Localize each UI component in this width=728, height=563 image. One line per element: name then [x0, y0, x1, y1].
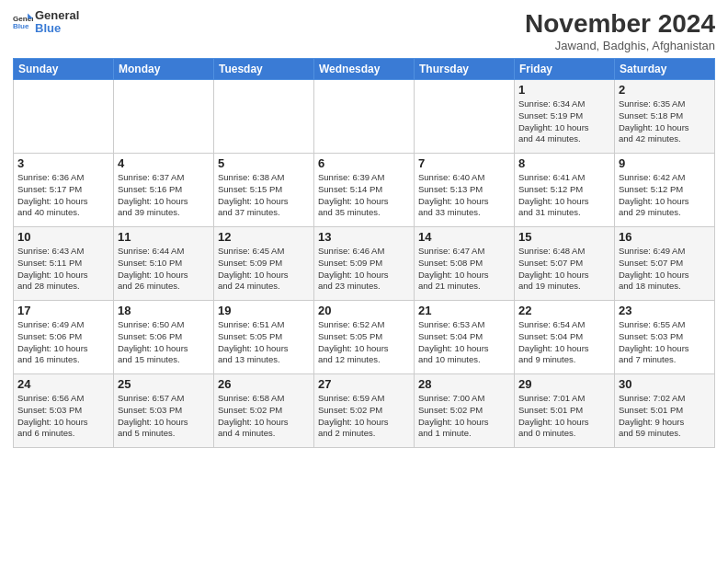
day-number: 13 — [318, 230, 410, 244]
day-number: 25 — [118, 377, 210, 391]
col-friday: Friday — [515, 59, 615, 80]
col-sunday: Sunday — [14, 59, 114, 80]
calendar-cell: 2Sunrise: 6:35 AMSunset: 5:18 PMDaylight… — [615, 80, 715, 154]
day-number: 5 — [218, 156, 310, 170]
day-info: Sunrise: 6:51 AMSunset: 5:05 PMDaylight:… — [218, 319, 310, 366]
calendar-cell: 24Sunrise: 6:56 AMSunset: 5:03 PMDayligh… — [14, 374, 114, 448]
day-number: 19 — [218, 304, 310, 317]
day-number: 27 — [318, 377, 410, 391]
calendar-cell: 25Sunrise: 6:57 AMSunset: 5:03 PMDayligh… — [114, 374, 214, 448]
day-info: Sunrise: 6:49 AMSunset: 5:06 PMDaylight:… — [17, 319, 109, 366]
day-number: 11 — [118, 230, 210, 244]
day-number: 28 — [418, 377, 510, 391]
day-info: Sunrise: 6:44 AMSunset: 5:10 PMDaylight:… — [118, 246, 210, 293]
day-info: Sunrise: 6:43 AMSunset: 5:11 PMDaylight:… — [17, 246, 109, 293]
day-info: Sunrise: 7:00 AMSunset: 5:02 PMDaylight:… — [418, 393, 510, 440]
day-info: Sunrise: 7:01 AMSunset: 5:01 PMDaylight:… — [518, 393, 610, 440]
day-info: Sunrise: 6:39 AMSunset: 5:14 PMDaylight:… — [318, 172, 410, 219]
day-number: 29 — [518, 377, 610, 391]
day-info: Sunrise: 6:36 AMSunset: 5:17 PMDaylight:… — [17, 172, 109, 219]
day-info: Sunrise: 6:58 AMSunset: 5:02 PMDaylight:… — [218, 393, 310, 440]
day-number: 17 — [17, 304, 109, 317]
col-saturday: Saturday — [615, 59, 715, 80]
day-info: Sunrise: 6:48 AMSunset: 5:07 PMDaylight:… — [518, 246, 610, 293]
calendar-week-5: 24Sunrise: 6:56 AMSunset: 5:03 PMDayligh… — [14, 374, 715, 448]
col-thursday: Thursday — [415, 59, 515, 80]
calendar-cell: 11Sunrise: 6:44 AMSunset: 5:10 PMDayligh… — [114, 227, 214, 301]
calendar-cell — [415, 80, 515, 154]
calendar-cell — [314, 80, 415, 154]
day-number: 9 — [619, 156, 711, 170]
day-info: Sunrise: 6:54 AMSunset: 5:04 PMDaylight:… — [518, 319, 610, 366]
day-info: Sunrise: 6:37 AMSunset: 5:16 PMDaylight:… — [118, 172, 210, 219]
day-info: Sunrise: 6:42 AMSunset: 5:12 PMDaylight:… — [619, 172, 711, 219]
calendar-cell: 15Sunrise: 6:48 AMSunset: 5:07 PMDayligh… — [515, 227, 615, 301]
calendar-cell: 27Sunrise: 6:59 AMSunset: 5:02 PMDayligh… — [314, 374, 415, 448]
day-info: Sunrise: 6:49 AMSunset: 5:07 PMDaylight:… — [619, 246, 711, 293]
logo-icon: General Blue — [13, 12, 33, 32]
calendar-cell: 7Sunrise: 6:40 AMSunset: 5:13 PMDaylight… — [415, 154, 515, 227]
calendar-cell: 4Sunrise: 6:37 AMSunset: 5:16 PMDaylight… — [114, 154, 214, 227]
day-number: 23 — [619, 304, 711, 317]
day-info: Sunrise: 6:40 AMSunset: 5:13 PMDaylight:… — [418, 172, 510, 219]
calendar-cell: 13Sunrise: 6:46 AMSunset: 5:09 PMDayligh… — [314, 227, 415, 301]
calendar-cell: 28Sunrise: 7:00 AMSunset: 5:02 PMDayligh… — [415, 374, 515, 448]
day-info: Sunrise: 6:55 AMSunset: 5:03 PMDaylight:… — [619, 319, 711, 366]
day-number: 6 — [318, 156, 410, 170]
calendar-header-row: Sunday Monday Tuesday Wednesday Thursday… — [14, 59, 715, 80]
day-number: 22 — [518, 304, 610, 317]
day-number: 24 — [17, 377, 109, 391]
calendar-cell: 8Sunrise: 6:41 AMSunset: 5:12 PMDaylight… — [515, 154, 615, 227]
day-number: 20 — [318, 304, 410, 317]
calendar-cell: 14Sunrise: 6:47 AMSunset: 5:08 PMDayligh… — [415, 227, 515, 301]
day-info: Sunrise: 6:41 AMSunset: 5:12 PMDaylight:… — [518, 172, 610, 219]
day-info: Sunrise: 6:57 AMSunset: 5:03 PMDaylight:… — [118, 393, 210, 440]
calendar-week-3: 10Sunrise: 6:43 AMSunset: 5:11 PMDayligh… — [14, 227, 715, 301]
calendar-week-1: 1Sunrise: 6:34 AMSunset: 5:19 PMDaylight… — [14, 80, 715, 154]
col-wednesday: Wednesday — [314, 59, 415, 80]
calendar-cell — [14, 80, 114, 154]
day-number: 2 — [619, 83, 711, 97]
day-info: Sunrise: 6:45 AMSunset: 5:09 PMDaylight:… — [218, 246, 310, 293]
day-info: Sunrise: 6:53 AMSunset: 5:04 PMDaylight:… — [418, 319, 510, 366]
col-monday: Monday — [114, 59, 214, 80]
calendar-cell — [114, 80, 214, 154]
calendar-cell: 9Sunrise: 6:42 AMSunset: 5:12 PMDaylight… — [615, 154, 715, 227]
day-info: Sunrise: 6:59 AMSunset: 5:02 PMDaylight:… — [318, 393, 410, 440]
calendar-cell: 18Sunrise: 6:50 AMSunset: 5:06 PMDayligh… — [114, 301, 214, 374]
logo-general-text: General — [35, 9, 79, 22]
day-number: 18 — [118, 304, 210, 317]
month-year-title: November 2024 — [525, 9, 715, 39]
svg-text:Blue: Blue — [13, 23, 29, 31]
calendar-cell: 29Sunrise: 7:01 AMSunset: 5:01 PMDayligh… — [515, 374, 615, 448]
calendar-cell: 16Sunrise: 6:49 AMSunset: 5:07 PMDayligh… — [615, 227, 715, 301]
day-number: 4 — [118, 156, 210, 170]
day-info: Sunrise: 6:50 AMSunset: 5:06 PMDaylight:… — [118, 319, 210, 366]
calendar-cell: 30Sunrise: 7:02 AMSunset: 5:01 PMDayligh… — [615, 374, 715, 448]
calendar-container: General Blue General Blue November 2024 … — [0, 0, 728, 455]
calendar-cell: 3Sunrise: 6:36 AMSunset: 5:17 PMDaylight… — [14, 154, 114, 227]
calendar-week-2: 3Sunrise: 6:36 AMSunset: 5:17 PMDaylight… — [14, 154, 715, 227]
day-number: 15 — [518, 230, 610, 244]
day-info: Sunrise: 6:52 AMSunset: 5:05 PMDaylight:… — [318, 319, 410, 366]
day-info: Sunrise: 6:56 AMSunset: 5:03 PMDaylight:… — [17, 393, 109, 440]
day-info: Sunrise: 6:35 AMSunset: 5:18 PMDaylight:… — [619, 98, 711, 145]
calendar-table: Sunday Monday Tuesday Wednesday Thursday… — [13, 58, 715, 448]
day-number: 21 — [418, 304, 510, 317]
calendar-cell: 20Sunrise: 6:52 AMSunset: 5:05 PMDayligh… — [314, 301, 415, 374]
calendar-cell: 17Sunrise: 6:49 AMSunset: 5:06 PMDayligh… — [14, 301, 114, 374]
calendar-cell: 5Sunrise: 6:38 AMSunset: 5:15 PMDaylight… — [214, 154, 314, 227]
calendar-cell: 12Sunrise: 6:45 AMSunset: 5:09 PMDayligh… — [214, 227, 314, 301]
header: General Blue General Blue November 2024 … — [13, 9, 715, 52]
calendar-cell: 6Sunrise: 6:39 AMSunset: 5:14 PMDaylight… — [314, 154, 415, 227]
calendar-cell: 23Sunrise: 6:55 AMSunset: 5:03 PMDayligh… — [615, 301, 715, 374]
title-block: November 2024 Jawand, Badghis, Afghanist… — [525, 9, 715, 52]
calendar-cell: 10Sunrise: 6:43 AMSunset: 5:11 PMDayligh… — [14, 227, 114, 301]
day-number: 14 — [418, 230, 510, 244]
location-subtitle: Jawand, Badghis, Afghanistan — [525, 39, 715, 52]
day-number: 16 — [619, 230, 711, 244]
col-tuesday: Tuesday — [214, 59, 314, 80]
day-number: 7 — [418, 156, 510, 170]
day-number: 8 — [518, 156, 610, 170]
day-info: Sunrise: 6:38 AMSunset: 5:15 PMDaylight:… — [218, 172, 310, 219]
